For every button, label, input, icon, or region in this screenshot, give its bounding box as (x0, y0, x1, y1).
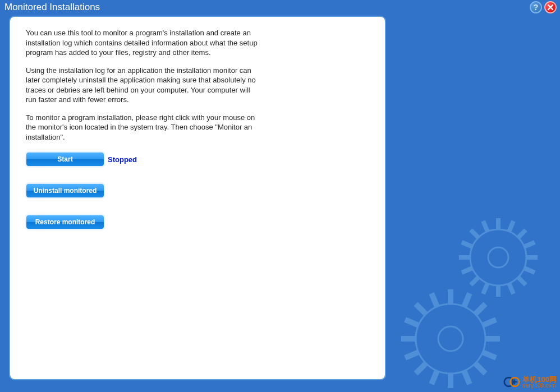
watermark-text: 单机100网 danji100.com (522, 376, 557, 389)
svg-line-8 (471, 230, 479, 238)
svg-line-36 (405, 352, 419, 358)
start-button[interactable]: Start (26, 152, 104, 167)
svg-line-18 (462, 268, 472, 273)
svg-line-9 (518, 230, 526, 238)
svg-point-21 (438, 326, 463, 351)
svg-line-33 (483, 320, 496, 325)
svg-line-16 (483, 283, 488, 294)
svg-line-34 (432, 371, 437, 384)
svg-line-31 (464, 293, 470, 307)
watermark-line2: danji100.com (522, 383, 557, 389)
intro-paragraph-1: You can use this tool to monitor a progr… (26, 28, 261, 58)
svg-line-27 (475, 304, 485, 314)
svg-line-10 (471, 277, 479, 285)
svg-line-28 (416, 363, 426, 373)
svg-line-32 (405, 320, 419, 325)
svg-line-30 (432, 293, 437, 307)
svg-line-14 (462, 242, 472, 247)
restore-monitored-button[interactable]: Restore monitored (26, 215, 104, 229)
monitor-status: Stopped (108, 155, 137, 164)
title-bar: Monitored Installations ? (0, 0, 560, 15)
svg-line-17 (509, 283, 513, 294)
uninstall-row: Uninstall monitored (26, 183, 369, 205)
watermark-logo-icon (503, 375, 520, 389)
svg-point-20 (416, 304, 485, 373)
svg-line-26 (416, 304, 426, 314)
intro-paragraph-3: To monitor a program installation, pleas… (26, 113, 261, 142)
content-panel: You can use this tool to monitor a progr… (9, 16, 386, 380)
svg-line-15 (524, 242, 535, 247)
header-controls: ? (530, 1, 557, 13)
watermark-line1: 单机100网 (522, 376, 557, 383)
watermark: 单机100网 danji100.com (503, 375, 557, 389)
svg-line-35 (464, 371, 470, 384)
svg-line-13 (509, 221, 513, 232)
svg-line-29 (475, 363, 485, 373)
svg-point-3 (488, 247, 508, 268)
svg-line-12 (483, 221, 488, 232)
svg-point-2 (470, 229, 526, 285)
svg-line-11 (518, 277, 526, 285)
start-row: Start Stopped (26, 152, 369, 173)
close-button[interactable] (544, 1, 557, 13)
intro-paragraph-2: Using the installation log for an applic… (26, 66, 261, 105)
gears-decoration (397, 207, 560, 392)
close-icon (547, 4, 554, 11)
svg-line-37 (483, 352, 496, 358)
svg-line-19 (524, 268, 535, 273)
help-button[interactable]: ? (530, 1, 542, 13)
help-icon: ? (534, 3, 539, 12)
restore-row: Restore monitored (26, 215, 369, 236)
uninstall-monitored-button[interactable]: Uninstall monitored (26, 183, 104, 198)
window-title: Monitored Installations (4, 2, 100, 13)
